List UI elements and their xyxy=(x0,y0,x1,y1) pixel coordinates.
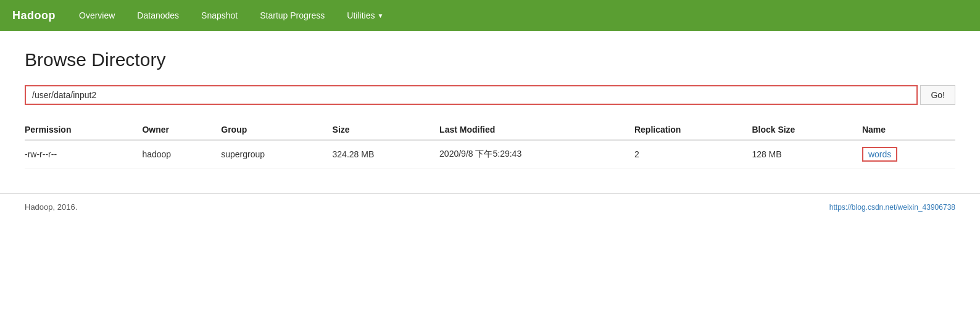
col-header-size: Size xyxy=(333,120,440,140)
table-row: -rw-r--r-- hadoop supergroup 324.28 MB 2… xyxy=(25,140,955,168)
table-header: Permission Owner Group Size Last Modifie… xyxy=(25,120,955,140)
table-body: -rw-r--r-- hadoop supergroup 324.28 MB 2… xyxy=(25,140,955,168)
path-row: Go! xyxy=(25,85,955,105)
go-button[interactable]: Go! xyxy=(920,85,955,105)
nav-item-startup-progress[interactable]: Startup Progress xyxy=(249,2,336,29)
col-header-replication: Replication xyxy=(634,120,752,140)
nav-links: Overview Datanodes Snapshot Startup Prog… xyxy=(68,2,394,29)
chevron-down-icon: ▼ xyxy=(377,12,383,19)
cell-block-size: 128 MB xyxy=(752,140,862,168)
nav-item-datanodes[interactable]: Datanodes xyxy=(126,2,190,29)
nav-item-snapshot[interactable]: Snapshot xyxy=(190,2,249,29)
footer-url[interactable]: https://blog.csdn.net/weixin_43906738 xyxy=(829,203,955,212)
cell-replication: 2 xyxy=(634,140,752,168)
cell-last-modified: 2020/9/8 下午5:29:43 xyxy=(439,140,634,168)
nav-utilities-dropdown[interactable]: Utilities ▼ xyxy=(336,2,394,29)
page-title: Browse Directory xyxy=(25,49,955,70)
nav-link-startup-progress[interactable]: Startup Progress xyxy=(249,2,336,29)
cell-group: supergroup xyxy=(221,140,332,168)
col-header-permission: Permission xyxy=(25,120,142,140)
nav-item-utilities[interactable]: Utilities ▼ xyxy=(336,2,394,29)
col-header-owner: Owner xyxy=(142,120,221,140)
nav-link-datanodes[interactable]: Datanodes xyxy=(126,2,190,29)
table-header-row: Permission Owner Group Size Last Modifie… xyxy=(25,120,955,140)
col-header-last-modified: Last Modified xyxy=(439,120,634,140)
nav-utilities-label: Utilities xyxy=(347,10,375,20)
main-content: Browse Directory Go! Permission Owner Gr… xyxy=(0,31,980,193)
path-input[interactable] xyxy=(25,85,918,105)
nav-link-snapshot[interactable]: Snapshot xyxy=(190,2,249,29)
col-header-group: Group xyxy=(221,120,332,140)
cell-size: 324.28 MB xyxy=(333,140,440,168)
col-header-block-size: Block Size xyxy=(752,120,862,140)
nav-link-overview[interactable]: Overview xyxy=(68,2,126,29)
nav-brand[interactable]: Hadoop xyxy=(12,9,56,22)
cell-permission: -rw-r--r-- xyxy=(25,140,142,168)
cell-owner: hadoop xyxy=(142,140,221,168)
col-header-name: Name xyxy=(862,120,955,140)
navbar: Hadoop Overview Datanodes Snapshot Start… xyxy=(0,0,980,31)
footer: Hadoop, 2016. https://blog.csdn.net/weix… xyxy=(0,193,980,220)
cell-name: words xyxy=(862,140,955,168)
directory-table: Permission Owner Group Size Last Modifie… xyxy=(25,120,955,168)
footer-copyright: Hadoop, 2016. xyxy=(25,202,77,212)
name-link[interactable]: words xyxy=(862,147,897,162)
nav-item-overview[interactable]: Overview xyxy=(68,2,126,29)
